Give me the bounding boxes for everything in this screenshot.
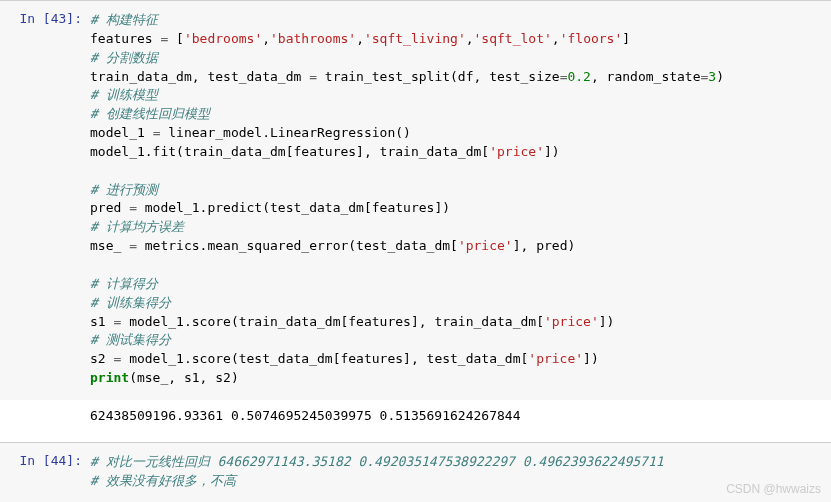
code-token: 'price' (544, 314, 599, 329)
code-token: ) (716, 69, 724, 84)
code-token: 'price' (489, 144, 544, 159)
code-line: # 创建线性回归模型 (90, 105, 825, 124)
code-token: = (160, 31, 176, 46)
code-token: # 测试集得分 (90, 332, 171, 347)
code-token: = (129, 238, 145, 253)
code-token: model_1.fit(train_data_dm[features], tra… (90, 144, 489, 159)
code-token: model_1 (90, 125, 153, 140)
code-line: s2 = model_1.score(test_data_dm[features… (90, 350, 825, 369)
code-token: s1 (90, 314, 113, 329)
code-token: # 效果没有好很多，不高 (90, 473, 236, 488)
code-token: linear_model.LinearRegression() (168, 125, 411, 140)
code-line: # 效果没有好很多，不高 (90, 472, 825, 491)
code-token: # 对比一元线性回归 64662971143.35182 0.492035147… (90, 454, 664, 469)
code-line: s1 = model_1.score(train_data_dm[feature… (90, 313, 825, 332)
code-token: = (129, 200, 145, 215)
code-token: (mse_, s1, s2) (129, 370, 239, 385)
code-token: , (262, 31, 270, 46)
code-line: # 计算得分 (90, 275, 825, 294)
code-token: 'bedrooms' (184, 31, 262, 46)
code-token: # 分割数据 (90, 50, 158, 65)
code-line: model_1.fit(train_data_dm[features], tra… (90, 143, 825, 162)
code-token: # 训练集得分 (90, 295, 171, 310)
code-line: # 构建特征 (90, 11, 825, 30)
code-token: ] (622, 31, 630, 46)
code-token: 0.2 (567, 69, 590, 84)
code-token: , (356, 31, 364, 46)
code-token: # 计算均方误差 (90, 219, 184, 234)
code-token: 'sqft_living' (364, 31, 466, 46)
code-area[interactable]: # 对比一元线性回归 64662971143.35182 0.492035147… (90, 449, 831, 497)
code-cell[interactable]: In [43]:# 构建特征features = ['bedrooms','ba… (0, 0, 831, 401)
code-token: 'floors' (560, 31, 623, 46)
code-token: pred (90, 200, 129, 215)
code-line: pred = model_1.predict(test_data_dm[feat… (90, 199, 825, 218)
code-token: s2 (90, 351, 113, 366)
code-token: print (90, 370, 129, 385)
code-token: ], pred) (513, 238, 576, 253)
code-token: ]) (544, 144, 560, 159)
code-token: 'price' (528, 351, 583, 366)
code-token: = (153, 125, 169, 140)
code-token: , random_state (591, 69, 701, 84)
code-token: # 训练模型 (90, 87, 158, 102)
code-token: mse_ (90, 238, 129, 253)
code-token: # 构建特征 (90, 12, 158, 27)
code-token: = (113, 351, 129, 366)
code-token: # 进行预测 (90, 182, 158, 197)
code-token: # 创建线性回归模型 (90, 106, 210, 121)
code-token: train_test_split(df, test_size (325, 69, 560, 84)
code-token: 'sqft_lot' (474, 31, 552, 46)
code-token: [ (176, 31, 184, 46)
code-line: features = ['bedrooms','bathrooms','sqft… (90, 30, 825, 49)
code-line: # 训练集得分 (90, 294, 825, 313)
output-prompt (0, 408, 90, 423)
code-token: 3 (708, 69, 716, 84)
output-cell: 62438509196.93361 0.5074695245039975 0.5… (0, 400, 831, 443)
code-token: model_1.score(test_data_dm[features], te… (129, 351, 528, 366)
code-token: model_1.score(train_data_dm[features], t… (129, 314, 544, 329)
code-token: 'price' (458, 238, 513, 253)
code-token: metrics.mean_squared_error(test_data_dm[ (145, 238, 458, 253)
code-line (90, 256, 825, 275)
input-prompt: In [44]: (0, 449, 90, 497)
code-token: model_1.predict(test_data_dm[features]) (145, 200, 450, 215)
code-cell[interactable]: In [44]:# 对比一元线性回归 64662971143.35182 0.4… (0, 442, 831, 502)
code-line: train_data_dm, test_data_dm = train_test… (90, 68, 825, 87)
code-token: 'bathrooms' (270, 31, 356, 46)
watermark-text: CSDN @hwwaizs (726, 482, 821, 496)
code-line: # 分割数据 (90, 49, 825, 68)
code-line: mse_ = metrics.mean_squared_error(test_d… (90, 237, 825, 256)
code-line: # 训练模型 (90, 86, 825, 105)
code-line: print(mse_, s1, s2) (90, 369, 825, 388)
code-line (90, 162, 825, 181)
output-text: 62438509196.93361 0.5074695245039975 0.5… (90, 408, 831, 423)
code-line: # 计算均方误差 (90, 218, 825, 237)
code-token: , (466, 31, 474, 46)
code-token: , (552, 31, 560, 46)
code-token: train_data_dm, test_data_dm (90, 69, 309, 84)
code-line: # 进行预测 (90, 181, 825, 200)
code-line: # 对比一元线性回归 64662971143.35182 0.492035147… (90, 453, 825, 472)
code-token: ]) (583, 351, 599, 366)
code-token: = (309, 69, 325, 84)
code-token: ]) (599, 314, 615, 329)
code-token: features (90, 31, 160, 46)
code-line: model_1 = linear_model.LinearRegression(… (90, 124, 825, 143)
input-prompt: In [43]: (0, 7, 90, 394)
code-line: # 测试集得分 (90, 331, 825, 350)
code-token: # 计算得分 (90, 276, 158, 291)
code-token: = (113, 314, 129, 329)
code-area[interactable]: # 构建特征features = ['bedrooms','bathrooms'… (90, 7, 831, 394)
